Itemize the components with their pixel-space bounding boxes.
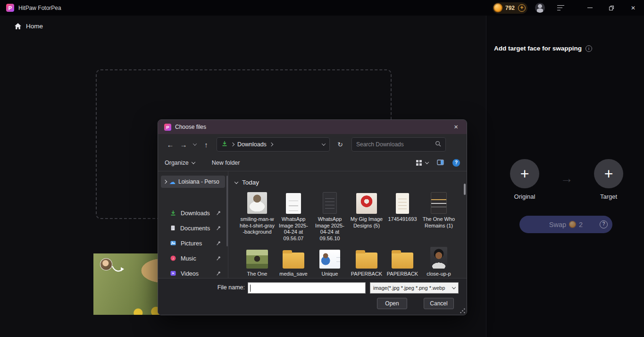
pin-icon [215, 255, 221, 263]
document-icon [170, 225, 176, 233]
info-icon[interactable]: i [585, 45, 592, 52]
breadcrumb-location[interactable]: Downloads [237, 141, 267, 148]
file-name: smiling-man-white-t-shirt-gray-backgroun… [240, 216, 275, 236]
coin-icon [493, 3, 502, 12]
coin-balance-pill[interactable]: 792 + [493, 2, 527, 14]
plus-icon: + [604, 167, 613, 181]
sidebar-item-onedrive[interactable]: ☁ Loisiana - Perso [161, 176, 225, 188]
onedrive-label: Loisiana - Perso [178, 178, 219, 185]
grid-view-icon [416, 160, 422, 166]
search-input[interactable] [356, 141, 435, 148]
command-bar: Organize New folder ? [158, 155, 467, 171]
account-avatar[interactable] [535, 3, 545, 13]
up-button[interactable]: ↑ [200, 141, 213, 149]
sidebar-item-videos[interactable]: Videos [158, 266, 228, 278]
file-thumbnail-portrait [430, 247, 447, 269]
downloads-icon [170, 210, 176, 218]
file-item[interactable]: My Gig Image Designs (5) [348, 190, 385, 229]
address-dropdown-icon[interactable] [322, 142, 326, 145]
breadcrumb-chevron-icon[interactable] [269, 143, 273, 146]
add-original-face-button[interactable]: + [510, 159, 539, 188]
address-bar[interactable]: Downloads [217, 137, 330, 152]
dialog-footer: File name: image(*.jpg *.jpeg *.png *.we… [158, 278, 467, 315]
expand-chevron-icon[interactable] [163, 180, 167, 184]
title-bar: P HitPaw FotorPea 792 + ✕ [0, 0, 644, 16]
videos-icon [170, 270, 176, 278]
cancel-button[interactable]: Cancel [424, 298, 454, 309]
organize-menu[interactable]: Organize [165, 160, 195, 166]
file-thumbnail-photo [246, 250, 268, 269]
sidebar-scrollbar[interactable] [226, 176, 228, 246]
file-item[interactable]: close-up-p [420, 245, 457, 278]
help-icon[interactable]: ? [452, 159, 460, 167]
music-icon: ♪ [170, 255, 176, 263]
folder-icon [392, 253, 413, 269]
new-folder-button[interactable]: New folder [212, 160, 240, 166]
file-name-input[interactable] [248, 282, 366, 294]
swap-cost: 2 [579, 221, 583, 228]
curved-arrow-icon [111, 265, 125, 276]
resize-grip[interactable] [460, 308, 465, 313]
collapse-chevron-icon[interactable] [234, 180, 238, 184]
back-button[interactable]: ← [164, 141, 177, 149]
file-item[interactable]: 1745491693 [384, 190, 421, 223]
app-logo-icon: P [164, 124, 171, 131]
panel-heading: Add target face for swapping [494, 45, 582, 52]
file-thumbnail-document [286, 193, 301, 214]
file-name: media_save [276, 271, 311, 278]
preview-pane-button[interactable] [437, 159, 444, 167]
coin-icon [569, 221, 576, 228]
file-item[interactable]: WhatsApp Image 2025-04-24 at 09.56.07 [275, 190, 312, 242]
file-name: WhatsApp Image 2025-04-24 at 09.56.07 [276, 216, 311, 242]
file-item[interactable]: smiling-man-white-t-shirt-gray-backgroun… [239, 190, 276, 236]
refresh-button[interactable]: ↻ [335, 141, 346, 148]
sidebar-item-downloads[interactable]: Downloads [158, 206, 228, 221]
sidebar-item-pictures[interactable]: Pictures [158, 236, 228, 251]
file-item[interactable]: The One Who Remains (1) [420, 190, 457, 229]
restore-button[interactable] [601, 0, 622, 16]
file-thumbnail-screenshot [323, 192, 337, 214]
file-item[interactable]: PAPERBACK 6,000 0 0 [384, 245, 421, 278]
sidebar-item-documents[interactable]: Documents [158, 221, 228, 236]
swap-button[interactable]: Swap 2 ? [519, 216, 612, 233]
svg-text:♪: ♪ [172, 256, 174, 260]
open-button[interactable]: Open [377, 298, 407, 309]
file-list-scrollbar[interactable] [464, 184, 466, 195]
minimize-button[interactable] [579, 0, 601, 16]
group-label: Today [242, 179, 259, 186]
original-label: Original [501, 193, 549, 200]
file-item[interactable]: PAPERBACK 6,000 0 0 [348, 245, 385, 278]
coin-count: 792 [505, 5, 515, 11]
folder-icon [356, 253, 377, 269]
file-item[interactable]: Unique [311, 245, 348, 278]
file-name: My Gig Image Designs (5) [349, 216, 384, 229]
dialog-close-button[interactable]: ✕ [445, 120, 467, 134]
file-name: PAPERBACK 6,000 0 0 [349, 271, 384, 278]
help-icon[interactable]: ? [600, 220, 608, 228]
view-mode-button[interactable] [416, 160, 428, 166]
group-header-today[interactable]: Today [235, 179, 259, 186]
nav-home[interactable]: Home [26, 23, 43, 30]
add-target-face-button[interactable]: + [594, 159, 623, 188]
file-item[interactable]: The One [239, 245, 276, 278]
file-item[interactable]: WhatsApp Image 2025-04-24 at 09.56.10 [311, 190, 348, 242]
file-name: WhatsApp Image 2025-04-24 at 09.56.10 [312, 216, 347, 242]
recent-locations-button[interactable] [190, 143, 200, 146]
file-type-dropdown[interactable]: image(*.jpg *.jpeg *.png *.webp [370, 282, 459, 294]
nav-bar: Home [0, 16, 486, 36]
close-button[interactable]: ✕ [622, 0, 644, 16]
sidebar-item-music[interactable]: ♪ Music [158, 251, 228, 266]
search-icon [435, 140, 441, 149]
add-coins-button[interactable]: + [518, 4, 526, 12]
restore-icon [609, 6, 614, 10]
target-label: Target [585, 193, 633, 200]
search-box[interactable] [351, 137, 446, 152]
file-item[interactable]: media_save [275, 245, 312, 278]
file-name: Unique [312, 271, 347, 278]
file-thumbnail-portrait [247, 192, 267, 214]
sidebar-label: Pictures [181, 240, 202, 247]
menu-icon[interactable] [557, 5, 565, 11]
face-swap-panel: Add target face for swapping i + → + Ori… [486, 16, 644, 337]
chevron-down-icon [425, 160, 429, 164]
forward-button[interactable]: → [177, 141, 190, 149]
